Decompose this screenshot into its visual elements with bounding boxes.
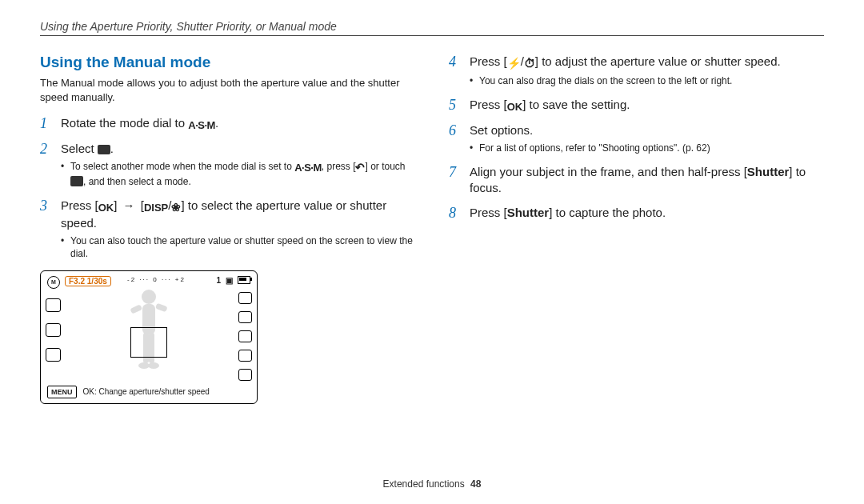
text: ] to adjust the aperture value or shutte…: [535, 54, 781, 68]
text: Select: [61, 142, 98, 155]
sd-icon: ▣: [226, 276, 233, 285]
text: .: [110, 142, 114, 155]
shutter-label: Shutter: [747, 165, 790, 178]
step-number: 6: [449, 122, 462, 156]
step-body: Set options. For a list of options, refe…: [470, 122, 710, 156]
rail-icon: [46, 298, 61, 312]
rail-icon: [238, 311, 252, 323]
text: ]: [114, 198, 120, 212]
status-cluster: 1 ▣: [216, 276, 250, 285]
intro-text: The Manual mode allows you to adjust bot…: [40, 76, 415, 104]
arrow-icon: →: [123, 198, 135, 212]
ok-icon: OK: [507, 100, 523, 114]
running-header: Using the Aperture Priority, Shutter Pri…: [40, 20, 824, 33]
step-number: 8: [449, 205, 462, 222]
text: Press [: [470, 206, 507, 219]
svg-point-7: [148, 362, 159, 369]
bottom-bar: MENU OK: Change aperture/shutter speed: [47, 386, 250, 398]
sub-item: For a list of options, refer to "Shootin…: [470, 142, 710, 154]
step-8: 8 Press [Shutter] to capture the photo.: [449, 205, 824, 222]
right-column: 4 Press [⚡/⏱] to adjust the aperture val…: [449, 54, 824, 404]
text: To select another mode when the mode dia…: [70, 161, 294, 172]
step-body: Press [OK] → [DISP/❀] to select the aper…: [61, 198, 415, 262]
svg-point-6: [138, 362, 150, 369]
timer-icon: ⏱: [524, 56, 535, 71]
step-sublist: For a list of options, refer to "Shootin…: [470, 142, 710, 154]
asm-icon: A·S·M: [294, 161, 322, 175]
rail-icon: [46, 348, 61, 362]
macro-icon: ❀: [171, 200, 181, 215]
step-number: 2: [40, 141, 53, 190]
text: [: [138, 198, 144, 212]
step-number: 4: [449, 54, 462, 89]
camera-touch-icon: [70, 176, 83, 186]
asm-icon: A·S·M: [188, 118, 215, 133]
text: Press [: [470, 54, 507, 68]
step-3: 3 Press [OK] → [DISP/❀] to select the ap…: [40, 198, 415, 262]
step-7: 7 Align your subject in the frame, and t…: [449, 164, 824, 197]
text: ] to capture the photo.: [549, 206, 666, 219]
flash-icon: ⚡: [507, 56, 521, 71]
back-icon: ↶: [355, 160, 365, 175]
manual-page: Using the Aperture Priority, Shutter Pri…: [0, 0, 864, 504]
right-icon-rail: [238, 292, 252, 381]
header-rule: [40, 35, 824, 36]
two-column-layout: Using the Manual mode The Manual mode al…: [40, 54, 824, 404]
page-number: 48: [470, 478, 481, 490]
step-5: 5 Press [OK] to save the setting.: [449, 97, 824, 114]
step-body: Rotate the mode dial to A·S·M.: [61, 115, 218, 133]
rail-icon: [238, 330, 252, 342]
svg-point-0: [142, 290, 156, 304]
step-number: 3: [40, 198, 53, 262]
step-sublist: You can also touch the aperture value or…: [61, 234, 415, 260]
battery-icon: [238, 276, 250, 284]
camera-lcd-illustration: M F3.2 1/30s -2 ··· 0 ··· +2 1 ▣: [40, 270, 258, 404]
section-title: Using the Manual mode: [40, 54, 415, 71]
mode-badge: M: [47, 276, 60, 289]
step-1: 1 Rotate the mode dial to A·S·M.: [40, 115, 415, 133]
step-sublist: You can also drag the dials on the scree…: [470, 74, 781, 87]
camera-mode-m-icon: [98, 145, 110, 154]
text: .: [215, 116, 218, 130]
svg-rect-3: [155, 302, 168, 311]
text: Align your subject in the frame, and the…: [470, 165, 747, 178]
step-6: 6 Set options. For a list of options, re…: [449, 122, 824, 156]
step-number: 7: [449, 164, 462, 197]
page-footer: Extended functions 48: [0, 478, 864, 490]
text: , press [: [322, 161, 356, 172]
text: Set options.: [470, 123, 533, 137]
step-body: Press [⚡/⏱] to adjust the aperture value…: [470, 54, 781, 89]
text: Press [: [61, 198, 98, 212]
rail-icon: [238, 369, 252, 381]
shutter-label: Shutter: [507, 206, 550, 219]
step-2: 2 Select . To select another mode when t…: [40, 141, 415, 190]
ev-scale: -2 ··· 0 ··· +2: [127, 276, 186, 283]
step-body: Select . To select another mode when the…: [61, 141, 415, 190]
step-body: Align your subject in the frame, and the…: [470, 164, 824, 197]
text: Press [: [470, 98, 507, 111]
left-icon-rail: [46, 298, 61, 362]
step-4: 4 Press [⚡/⏱] to adjust the aperture val…: [449, 54, 824, 89]
rail-icon: [46, 323, 61, 337]
svg-rect-2: [130, 304, 142, 314]
text: ] to save the setting.: [522, 98, 630, 111]
menu-button-label: MENU: [47, 386, 77, 398]
step-body: Press [Shutter] to capture the photo.: [470, 205, 666, 222]
exposure-readout: F3.2 1/30s: [65, 276, 111, 286]
text: , and then select a mode.: [83, 176, 191, 187]
sub-item: You can also drag the dials on the scree…: [470, 74, 781, 87]
hint-text: OK: Change aperture/shutter speed: [83, 387, 210, 396]
step-sublist: To select another mode when the mode dia…: [61, 160, 415, 188]
step-body: Press [OK] to save the setting.: [470, 97, 630, 114]
rail-icon: [238, 350, 252, 362]
left-column: Using the Manual mode The Manual mode al…: [40, 54, 415, 404]
text: Rotate the mode dial to: [61, 116, 188, 130]
sub-item: To select another mode when the mode dia…: [61, 160, 415, 188]
footer-section: Extended functions: [383, 478, 465, 490]
disp-icon: DISP: [144, 201, 168, 215]
ok-icon: OK: [98, 201, 114, 215]
step-number: 1: [40, 115, 53, 133]
step-number: 5: [449, 97, 462, 114]
rail-icon: [238, 292, 252, 304]
text: ] or touch: [365, 161, 405, 172]
